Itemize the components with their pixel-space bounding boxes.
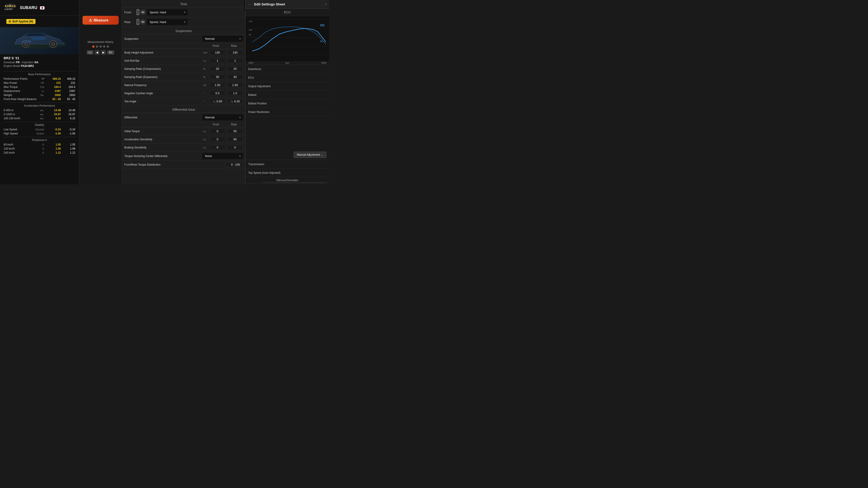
suspension-type-row: Suspension Normal (122, 34, 245, 43)
rear-tire-select[interactable]: Sports: Hard (147, 19, 188, 25)
ecu-section-title: ECU (246, 8, 329, 16)
nitrous-type-row: Nitrous/Overtake None ▼ (246, 184, 329, 184)
rpm-axis: 1000 rpm 8000 (246, 61, 329, 65)
svg-point-3 (8, 5, 9, 6)
bop-icon: ⚖ (8, 20, 11, 23)
history-dot-2 (99, 45, 102, 48)
svg-text:hp: hp (249, 33, 251, 36)
suspension-col-headers: Front Rear (122, 43, 245, 48)
rear-tire-dropdown-wrapper[interactable]: Sports: Hard (147, 19, 188, 25)
max-power-row: Max Power HP 231 231 (2, 81, 76, 85)
zero-400-row: 0-400 m sec. 14.48 14.48 (2, 108, 76, 112)
acceleration-sensitivity-row: Acceleration Sensitivity Lv. 0 80 (122, 135, 245, 143)
svg-point-4 (9, 4, 11, 6)
toe-angle-row: Toe Angle ° ↑↓ 0.00 ↑↓ 0.20 (122, 97, 245, 105)
brand-header: ⭐⭐⭐⭐⭐⭐ SUBARU SUBARU (0, 0, 79, 16)
front-rear-torque-row: Front/Rear Torque Distribution 0 : 100 (122, 161, 245, 169)
drivetrain-line: Drivetrain FR / Aspiration NA (4, 61, 75, 64)
differential-col-headers: Front Rear (122, 122, 245, 127)
differential-type-select[interactable]: Normal (202, 114, 243, 121)
torque-vec-dropdown-wrapper[interactable]: None (202, 153, 243, 159)
braking-sensitivity-row: Braking Sensitivity Lv. 0 0 (122, 143, 245, 152)
measurement-history-section: Measurement History L1 ◀ ▶ R1 (79, 40, 122, 55)
damping-expansion-row: Damping Ratio (Expansion) % 35 30 (122, 73, 245, 81)
body-height-row: Body Height Adjustment mm 130 130 (122, 48, 245, 57)
output-adjustment-row: Output Adjustment (246, 82, 329, 91)
expand-arrow-icon[interactable]: › (325, 2, 327, 6)
svg-point-6 (9, 6, 10, 7)
suspension-type-dropdown-wrapper[interactable]: Normal (202, 36, 243, 42)
next-arrow-button[interactable]: ▶ (101, 50, 106, 55)
zero-1000-row: 0-1000 m sec. 25.97 25.97 (2, 112, 76, 116)
history-dot-3 (103, 45, 105, 48)
v240-row: 240 km/h G 1.12 1.12 (2, 151, 76, 155)
displacement-row: Displacement cc 2387 2387 (2, 89, 76, 93)
rotational-g-label: Rotational G (0, 138, 79, 142)
stability-table: Low Speed (Neutral) -0.24 -0.24 High Spe… (0, 127, 79, 135)
svg-point-8 (12, 6, 13, 7)
weight-balance-row: Front-Rear Weight Balance 55 : 45 55 : 4… (2, 97, 76, 101)
stability-label: Stability (0, 123, 79, 127)
svg-text:231: 231 (320, 24, 324, 27)
measure-panel: ⚠ Measure Measurement History L1 ◀ ▶ R1 (79, 0, 122, 184)
rear-tire-row: Rear SH Sports: Hard (122, 17, 245, 27)
nav-row: L1 ◀ ▶ R1 (82, 50, 119, 55)
rear-tire-icon (135, 19, 140, 25)
svg-rect-17 (137, 20, 138, 24)
right-panel-header: ⋯ Edit Settings Sheet › (246, 0, 329, 8)
downforce-row: Downforce (246, 65, 329, 73)
settings-menu-dots[interactable]: ⋯ (248, 2, 252, 6)
ecu-chart-area: 184 ft·lb hp 231 hp (246, 16, 329, 61)
history-dot-1 (96, 45, 98, 48)
tires-section-header: Tires (122, 0, 245, 7)
weight-row: Weight lbs. 2800 2800 (2, 93, 76, 97)
differential-type-row: Differential Normal (122, 113, 245, 122)
front-tire-select[interactable]: Sports: Hard (147, 9, 188, 15)
acceleration-performance-label: Acceleration Performance (0, 104, 79, 107)
measure-button[interactable]: ⚠ Measure (83, 16, 119, 25)
l1-button[interactable]: L1 (87, 51, 93, 55)
history-dot-4 (107, 45, 109, 48)
left-panel: ⭐⭐⭐⭐⭐⭐ SUBARU SUBARU ⚖ BoP Applied (M) (0, 0, 79, 184)
brand-name: SUBARU (20, 5, 37, 10)
copyright-text: © 2024 Sony Interactive Entertainment In… (263, 182, 327, 184)
high-speed-row: High Speed (Under) -1.00 -1.00 (2, 131, 76, 135)
edit-settings-title: Edit Settings Sheet (254, 2, 285, 6)
svg-rect-15 (137, 11, 138, 14)
svg-text:hp: hp (320, 40, 323, 42)
pp-row: Performance Points PP 489.16 489.16 (2, 77, 76, 81)
rotational-g-table: 60 km/h G 1.05 1.05 120 km/h G 1.08 1.08… (0, 142, 79, 155)
suspension-section-header: Suspension (122, 27, 245, 34)
top-speed-row: Top Speed (Auto Adjusted) (246, 168, 329, 177)
right-panel: ⋯ Edit Settings Sheet › ECU 184 ft·lb hp… (245, 0, 329, 184)
natural-frequency-row: Natural Frequency Hz 1.50 1.65 (122, 81, 245, 89)
ecu-row: ECU (246, 73, 329, 82)
ballast-row: Ballast (246, 91, 329, 99)
v120-row: 120 km/h G 1.08 1.08 (2, 147, 76, 151)
ballast-position-row: Ballast Position (246, 99, 329, 108)
measure-warning-icon: ⚠ (89, 18, 92, 22)
torque-vectoring-row: Torque-Vectoring Center Differential Non… (122, 152, 245, 161)
svg-text:ft·lb: ft·lb (249, 29, 252, 31)
car-info: BRZ S '21 Drivetrain FR / Aspiration NA … (0, 54, 79, 70)
differential-type-dropdown-wrapper[interactable]: Normal (202, 114, 243, 121)
svg-text:184: 184 (249, 20, 252, 23)
front-tire-dropdown-wrapper[interactable]: Sports: Hard (147, 9, 188, 15)
max-torque-row: Max Torque ft-lb 184.4 184.4 (2, 85, 76, 89)
japan-flag-icon (40, 6, 44, 9)
car-image (8, 29, 71, 52)
differential-section-header: Differential Gear (122, 105, 245, 113)
torque-vec-select[interactable]: None (202, 153, 243, 159)
manual-adjustment-button[interactable]: Manual Adjustment ... (293, 152, 327, 158)
suspension-type-select[interactable]: Normal (202, 36, 243, 42)
car-image-area (0, 27, 79, 54)
power-restriction-row: Power Restriction (246, 108, 329, 116)
prev-arrow-button[interactable]: ◀ (95, 50, 100, 55)
negative-camber-row: Negative Camber Angle ° 0.5 1.5 (122, 89, 245, 97)
front-tire-row: Front SH Sports: Hard (122, 7, 245, 17)
speed-100-150-row: 100-150 km/h sec. 6.15 6.15 (2, 116, 76, 121)
ecu-power-chart: 184 ft·lb hp 231 hp (248, 18, 327, 57)
main-settings-panel: ⋯ -- ☰ Tires Front SH Sports: Hard Rear … (122, 0, 245, 184)
r1-button[interactable]: R1 (107, 51, 114, 55)
v60-row: 60 km/h G 1.05 1.05 (2, 142, 76, 147)
